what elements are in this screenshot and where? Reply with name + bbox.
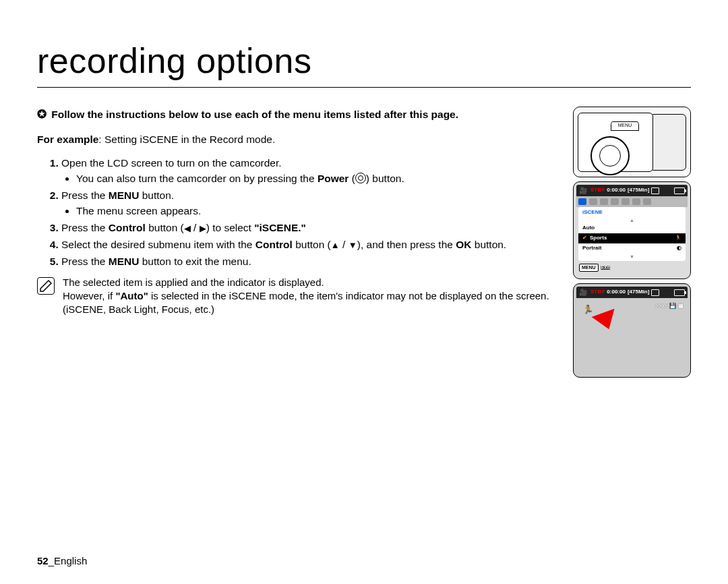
osd-stby: STBY: [590, 187, 605, 194]
osd-menu-item: Auto: [578, 223, 686, 233]
note-text: The selected item is applied and the ind…: [63, 276, 561, 317]
step-5: Press the MENU button to exit the menu.: [61, 255, 561, 269]
step-2-sub-1: The menu screen appears.: [76, 204, 561, 218]
star-icon: ✪: [37, 108, 47, 121]
tab-icon: [589, 198, 597, 205]
steps-list: Open the LCD screen to turn on the camco…: [37, 156, 561, 268]
running-icon: 🏃: [675, 235, 681, 242]
tab-icon: [643, 198, 651, 205]
lcd-record-screenshot: 🎥 STBY 0:00:00 [475Min] 🏃 9999 💾 ▦: [573, 283, 691, 378]
osd2-remain: [475Min]: [628, 289, 649, 296]
osd2-top-bar: 🎥 STBY 0:00:00 [475Min]: [576, 287, 688, 298]
down-triangle-icon: ▼: [348, 239, 357, 252]
tab-icon: [600, 198, 608, 205]
instructions-column: ✪ Follow the instructions below to use e…: [37, 107, 561, 316]
illustrations-column: MENU 🎥 STBY 0:00:00 [475Min]: [573, 107, 691, 378]
note-line-1: The selected item is applied and the ind…: [63, 276, 561, 289]
battery-icon: [674, 289, 685, 296]
manual-page: recording options ✪ Follow the instructi…: [0, 0, 728, 584]
tab-icon: [632, 198, 640, 205]
card-icon: [651, 187, 659, 194]
example-line: For example: Setting iSCENE in the Recor…: [37, 133, 561, 147]
step-3: Press the Control button (◀ / ▶) to sele…: [61, 221, 561, 235]
osd2-counter: 9999: [655, 303, 667, 310]
step-1-sub: You can also turn the camcorder on by pr…: [61, 172, 561, 186]
osd-menu-panel: iSCENE ▲ Auto ✔Sports 🏃 Portrait ◐ ▼: [578, 207, 686, 261]
osd-tab-strip: [576, 196, 688, 207]
cam-control-dial-icon: [590, 136, 630, 175]
osd-top-bar: 🎥 STBY 0:00:00 [475Min]: [576, 185, 688, 196]
page-number: 52: [37, 555, 49, 566]
osd-remain: [475Min]: [628, 187, 649, 194]
intro-text: Follow the instructions below to use eac…: [51, 109, 458, 120]
note-line-2: However, if "Auto" is selected in the iS…: [63, 289, 561, 317]
step-2-sub: The menu screen appears.: [61, 204, 561, 218]
osd2-right-info: 9999 💾 ▦: [655, 303, 684, 310]
tab-icon: [621, 198, 630, 205]
step-2: Press the MENU button. The menu screen a…: [61, 189, 561, 218]
footer-sep: _: [49, 555, 54, 566]
note-icon: [37, 277, 55, 295]
power-icon: [355, 173, 366, 183]
video-mode-icon: 🎥: [579, 289, 588, 296]
osd-exit-label: Exit: [601, 264, 610, 270]
portrait-mode-icon: ◐: [677, 245, 681, 252]
osd-menu-item: Portrait ◐: [578, 243, 686, 254]
cam-lcd-icon: MENU: [578, 113, 653, 172]
osd2-time: 0:00:00: [607, 289, 626, 296]
card-slot-icon: ▦: [678, 303, 684, 310]
footer-lang: English: [54, 555, 87, 566]
lcd-menu-screenshot: 🎥 STBY 0:00:00 [475Min]: [573, 181, 691, 279]
osd-menu-item-selected: ✔Sports 🏃: [578, 233, 686, 243]
tab-icon: [611, 198, 619, 205]
tab-icon: [578, 198, 586, 205]
note-block: The selected item is applied and the ind…: [37, 276, 561, 317]
osd-exit-bar: MENU Exit: [576, 261, 688, 272]
osd-menu-tab: iSCENE: [578, 208, 686, 217]
content-row: ✪ Follow the instructions below to use e…: [37, 107, 691, 378]
right-triangle-icon: ▶: [200, 223, 206, 235]
example-text: : Setting iSCENE in the Record mode.: [98, 134, 275, 145]
osd-menu-pill: MENU: [579, 264, 599, 271]
step-1: Open the LCD screen to turn on the camco…: [61, 156, 561, 186]
battery-icon: [674, 187, 685, 194]
up-triangle-icon: ▲: [331, 239, 340, 252]
page-title: recording options: [37, 37, 691, 88]
cam-body-icon: [650, 114, 686, 171]
example-label: For example: [37, 134, 98, 145]
step-1-sub-1: You can also turn the camcorder on by pr…: [76, 172, 561, 186]
up-arrow-icon: ▲: [578, 217, 686, 223]
red-pointer-icon: [592, 309, 621, 334]
osd2-stby: STBY: [590, 289, 605, 296]
page-footer: 52_English: [37, 554, 87, 568]
osd-time: 0:00:00: [607, 187, 626, 194]
step-1-text: Open the LCD screen to turn on the camco…: [61, 157, 282, 169]
camcorder-illustration: MENU: [573, 107, 691, 177]
intro-line: ✪ Follow the instructions below to use e…: [37, 107, 561, 122]
down-arrow-icon: ▼: [578, 254, 686, 260]
quality-icon: 💾: [669, 303, 676, 310]
iscene-indicator-icon: 🏃: [583, 304, 595, 314]
left-triangle-icon: ◀: [184, 223, 191, 235]
cam-menu-label: MENU: [611, 121, 639, 131]
video-mode-icon: 🎥: [579, 187, 588, 194]
card-icon: [651, 289, 659, 296]
check-icon: ✔: [582, 235, 587, 242]
step-4: Select the desired submenu item with the…: [61, 238, 561, 252]
